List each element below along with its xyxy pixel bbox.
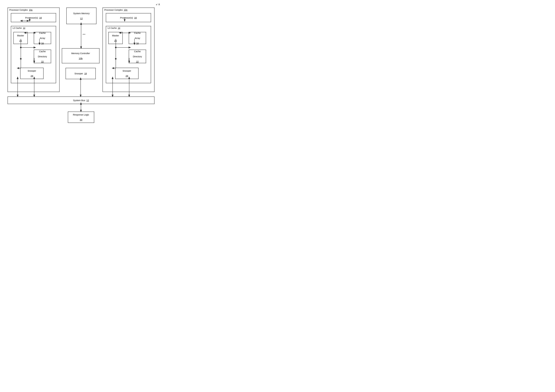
processor-complex-a: Processor Complex 10a Processor(s) 16 L2… <box>7 7 59 92</box>
figure-number: ↙ 8 <box>156 3 160 6</box>
snooper-a: Snooper 28 <box>20 68 44 79</box>
l2cache-n: L2 Cache 14 Master 26 Cache Array 24 Cac… <box>106 26 151 83</box>
processor-complex-n: Processor Complex 10n Processor(s) 16 L2… <box>102 7 154 92</box>
master-a: Master 26 <box>13 32 28 44</box>
memory-controller: Memory Controller 10b <box>62 48 100 63</box>
response-logic: Response Logic 30 <box>68 111 94 123</box>
cache-array-a: Cache Array 24 <box>34 32 51 44</box>
cache-array-n: Cache Array 24 <box>129 32 146 44</box>
l2cache-a: L2 Cache 14 Master 26 Cache Array 24 Cac… <box>11 26 56 83</box>
system-memory: System Memory 12 <box>66 7 96 24</box>
processors-a: Processor(s) 16 <box>11 13 56 22</box>
proc-complex-n-label: Processor Complex 10n <box>104 9 127 11</box>
processors-n: Processor(s) 16 <box>106 13 151 22</box>
l2cache-a-label: L2 Cache 14 <box>13 27 25 29</box>
snooper-mem: Snooper 18 <box>66 68 96 79</box>
diagram: ↙ 8 Processor Complex 10a Processor(s) 1… <box>3 3 193 133</box>
cache-directory-n: Cache Directory 22 <box>129 50 146 63</box>
ellipsis: ··· <box>83 32 85 36</box>
l2cache-n-label: L2 Cache 14 <box>108 27 120 29</box>
cache-directory-a: Cache Directory 22 <box>34 50 51 63</box>
proc-complex-a-label: Processor Complex 10a <box>9 9 32 11</box>
master-n: Master 26 <box>108 32 123 44</box>
system-bus: System Bus 12 <box>7 96 154 104</box>
snooper-n: Snooper 28 <box>115 68 139 79</box>
